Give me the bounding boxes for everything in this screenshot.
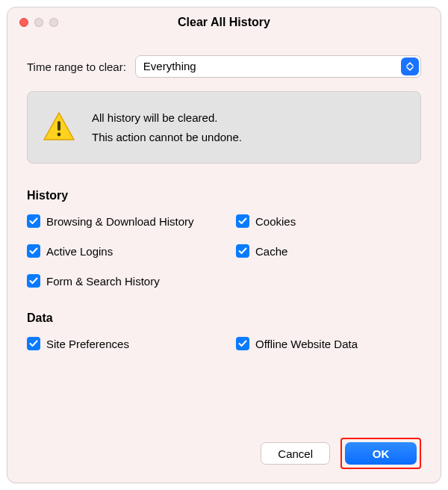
checkmark-icon [236,214,249,228]
clear-history-dialog: Clear All History Time range to clear: E… [7,7,441,483]
checkbox-label: Site Preferences [46,338,129,350]
time-range-value: Everything [135,55,421,78]
ok-button-label: OK [373,447,390,460]
checkmark-icon [27,337,40,350]
dialog-title: Clear All History [178,16,270,29]
warning-box: All history will be cleared. This action… [27,91,421,164]
checkbox-offline-website-data[interactable]: Offline Website Data [236,337,421,350]
checkbox-cache[interactable]: Cache [236,244,421,258]
checkbox-label: Browsing & Download History [46,215,194,228]
cancel-button-label: Cancel [278,447,313,460]
checkbox-label: Cookies [255,215,296,228]
checkmark-icon [27,274,40,288]
ok-button-highlight: OK [340,438,421,469]
window-controls [19,18,58,27]
history-checkgrid: Browsing & Download History Cookies Acti… [27,214,421,288]
warning-line-1: All history will be cleared. [92,108,242,128]
section-data-title: Data [27,311,421,325]
data-checkgrid: Site Preferences Offline Website Data [27,337,421,350]
checkbox-browsing-download-history[interactable]: Browsing & Download History [27,214,236,228]
time-range-row: Time range to clear: Everything [27,55,421,78]
time-range-label: Time range to clear: [27,61,126,73]
dialog-footer: Cancel OK [27,432,421,469]
checkmark-icon [236,337,249,350]
checkbox-cookies[interactable]: Cookies [236,214,421,228]
warning-line-2: This action cannot be undone. [92,128,242,147]
warning-icon [43,111,75,143]
checkbox-label: Cache [255,245,287,258]
warning-text: All history will be cleared. This action… [92,108,242,146]
minimize-icon[interactable] [34,18,43,27]
close-icon[interactable] [19,18,28,27]
checkbox-active-logins[interactable]: Active Logins [27,244,236,258]
dialog-content: Time range to clear: Everything All hist… [7,37,441,483]
checkbox-site-preferences[interactable]: Site Preferences [27,337,236,350]
checkmark-icon [27,214,40,228]
section-history-title: History [27,189,421,202]
checkmark-icon [236,244,249,258]
zoom-icon[interactable] [49,18,58,27]
checkbox-form-search-history[interactable]: Form & Search History [27,274,236,288]
ok-button[interactable]: OK [345,442,417,465]
cancel-button[interactable]: Cancel [261,442,330,465]
svg-point-1 [57,133,61,137]
checkbox-label: Active Logins [46,245,113,258]
svg-rect-0 [57,121,60,131]
checkbox-label: Offline Website Data [255,338,358,350]
checkmark-icon [27,244,40,258]
chevron-up-down-icon [401,58,419,75]
titlebar: Clear All History [7,7,441,37]
time-range-select[interactable]: Everything [135,55,421,78]
checkbox-label: Form & Search History [46,275,160,288]
